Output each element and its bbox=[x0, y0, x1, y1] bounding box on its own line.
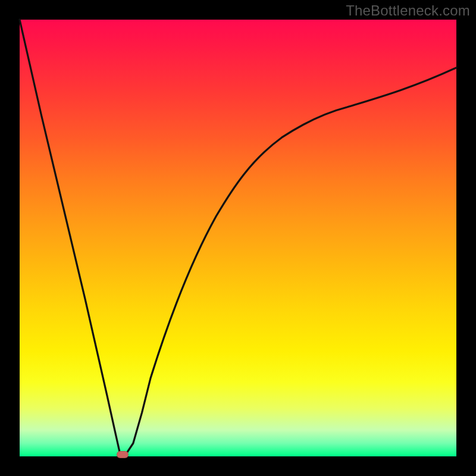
curve-svg bbox=[20, 20, 456, 456]
chart-frame: TheBottleneck.com bbox=[0, 0, 476, 476]
bottleneck-curve bbox=[20, 20, 456, 456]
watermark-label: TheBottleneck.com bbox=[346, 2, 470, 19]
plot-area bbox=[20, 20, 456, 456]
minimum-marker bbox=[117, 451, 129, 458]
